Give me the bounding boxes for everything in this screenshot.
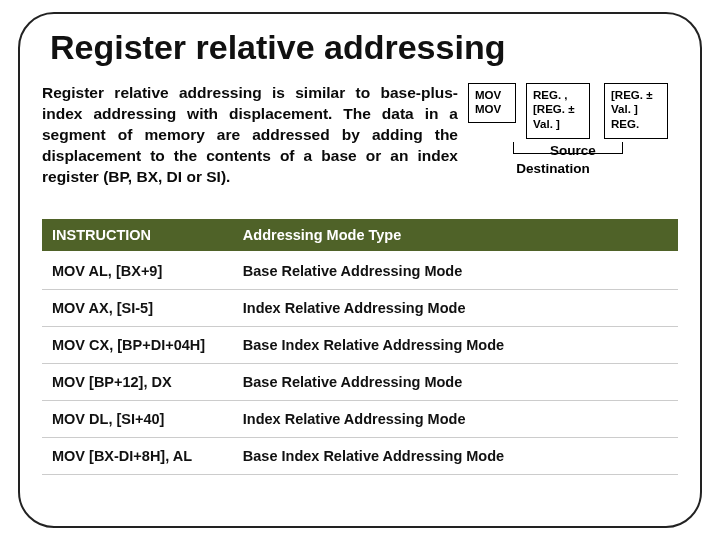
diagram-box-reg: REG. ,[REG. ±Val. ] (526, 83, 590, 139)
slide-title: Register relative addressing (50, 28, 678, 67)
diagram-text-col2: REG. ,[REG. ±Val. ] (533, 89, 574, 130)
cell-instruction: MOV DL, [SI+40] (42, 401, 233, 438)
diagram-text-col1: MOVMOV (475, 89, 501, 115)
cell-mode: Index Relative Addressing Mode (233, 290, 678, 327)
col-header-instruction: INSTRUCTION (42, 219, 233, 252)
cell-mode: Base Relative Addressing Mode (233, 364, 678, 401)
slide-frame: Register relative addressing Register re… (18, 12, 702, 528)
table-row: MOV DL, [SI+40] Index Relative Addressin… (42, 401, 678, 438)
cell-instruction: MOV AX, [SI-5] (42, 290, 233, 327)
table-row: MOV AX, [SI-5] Index Relative Addressing… (42, 290, 678, 327)
cell-instruction: MOV AL, [BX+9] (42, 252, 233, 290)
diagram-box-mov: MOVMOV (468, 83, 516, 123)
col-header-mode: Addressing Mode Type (233, 219, 678, 252)
table-row: MOV CX, [BP+DI+04H] Base Index Relative … (42, 327, 678, 364)
cell-mode: Base Relative Addressing Mode (233, 252, 678, 290)
source-label: Source (468, 143, 678, 158)
description-paragraph: Register relative addressing is similar … (42, 83, 458, 213)
examples-table: INSTRUCTION Addressing Mode Type MOV AL,… (42, 219, 678, 475)
table-row: MOV [BX-DI+8H], AL Base Index Relative A… (42, 438, 678, 475)
destination-label: Destination (448, 161, 658, 176)
diagram-text-col3: [REG. ±Val. ]REG. (611, 89, 652, 130)
table-header-row: INSTRUCTION Addressing Mode Type (42, 219, 678, 252)
cell-mode: Index Relative Addressing Mode (233, 401, 678, 438)
table-row: MOV [BP+12], DX Base Relative Addressing… (42, 364, 678, 401)
cell-mode: Base Index Relative Addressing Mode (233, 327, 678, 364)
cell-mode: Base Index Relative Addressing Mode (233, 438, 678, 475)
cell-instruction: MOV [BP+12], DX (42, 364, 233, 401)
cell-instruction: MOV CX, [BP+DI+04H] (42, 327, 233, 364)
syntax-diagram: MOVMOV REG. ,[REG. ±Val. ] [REG. ±Val. ]… (468, 83, 678, 213)
top-row: Register relative addressing is similar … (42, 83, 678, 213)
cell-instruction: MOV [BX-DI+8H], AL (42, 438, 233, 475)
table-row: MOV AL, [BX+9] Base Relative Addressing … (42, 252, 678, 290)
diagram-box-memdest: [REG. ±Val. ]REG. (604, 83, 668, 139)
